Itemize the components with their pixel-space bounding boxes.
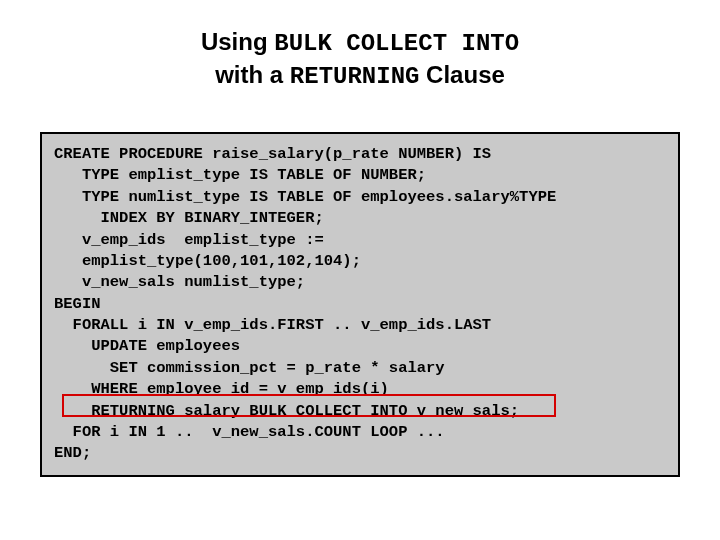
slide-page: Using BULK COLLECT INTO with a RETURNING… [0,0,720,540]
code-line: TYPE emplist_type IS TABLE OF NUMBER; [54,165,666,186]
title-line2-text: with a [215,61,290,88]
highlight-box [62,394,556,417]
code-line: FORALL i IN v_emp_ids.FIRST .. v_emp_ids… [54,315,666,336]
title-line1-text: Using [201,28,274,55]
code-line: v_emp_ids emplist_type := [54,230,666,251]
code-line: END; [54,443,666,464]
code-line: v_new_sals numlist_type; [54,272,666,293]
code-line: FOR i IN 1 .. v_new_sals.COUNT LOOP ... [54,422,666,443]
code-line: BEGIN [54,294,666,315]
code-block: CREATE PROCEDURE raise_salary(p_rate NUM… [40,132,680,477]
code-line: TYPE numlist_type IS TABLE OF employees.… [54,187,666,208]
slide-title: Using BULK COLLECT INTO with a RETURNING… [0,26,720,92]
title-line2-mono: RETURNING [290,63,420,90]
code-line: UPDATE employees [54,336,666,357]
code-line: SET commission_pct = p_rate * salary [54,358,666,379]
code-line: INDEX BY BINARY_INTEGER; [54,208,666,229]
code-line: CREATE PROCEDURE raise_salary(p_rate NUM… [54,144,666,165]
code-line: emplist_type(100,101,102,104); [54,251,666,272]
title-line2-after: Clause [419,61,504,88]
title-line1-mono: BULK COLLECT INTO [274,30,519,57]
